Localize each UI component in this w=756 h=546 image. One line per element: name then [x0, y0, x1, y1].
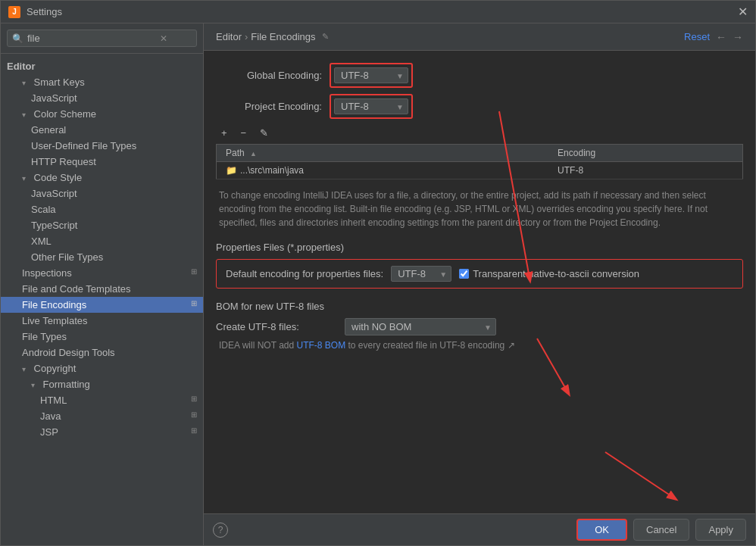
breadcrumb-file-encodings: File Encodings [251, 31, 315, 42]
sidebar-item-java[interactable]: Java ⊞ [1, 408, 203, 424]
path-value: ...\src\main\java [240, 165, 304, 176]
bom-link[interactable]: UTF-8 BOM [296, 340, 345, 351]
global-encoding-outline: UTF-8 UTF-16 ISO-8859-1 ▼ [330, 63, 413, 88]
help-button[interactable]: ? [213, 523, 228, 538]
sidebar-item-typescript[interactable]: TypeScript [1, 217, 203, 233]
search-clear-icon[interactable]: ✕ [160, 33, 167, 44]
folder-icon: 📁 [226, 165, 237, 176]
bom-info: IDEA will NOT add UTF-8 BOM to every cre… [216, 340, 743, 351]
sidebar-item-http-request[interactable]: HTTP Request [1, 154, 203, 170]
sidebar-item-general[interactable]: General [1, 122, 203, 138]
title-bar: J Settings ✕ [1, 1, 755, 23]
sidebar-item-file-code-templates[interactable]: File and Code Templates [1, 281, 203, 297]
sidebar-item-formatting[interactable]: ▾ Formatting [1, 376, 203, 392]
window-title: Settings [27, 6, 62, 17]
main-header: Editor › File Encodings ✎ Reset ← → [204, 23, 755, 51]
transparent-checkbox[interactable] [459, 269, 469, 279]
props-encoding-select[interactable]: UTF-8 UTF-16 [391, 266, 451, 282]
bom-select-wrap: with NO BOM with BOM with BOM only on Wi… [345, 318, 496, 335]
sidebar-item-copyright[interactable]: ▾ Copyright [1, 360, 203, 376]
bom-info-suffix: to every created file in UTF-8 encoding … [345, 340, 514, 351]
sidebar-editor-header: Editor [1, 57, 203, 74]
sidebar-item-scala[interactable]: Scala [1, 201, 203, 217]
remove-path-button[interactable]: − [236, 125, 252, 141]
sidebar-item-xml[interactable]: XML [1, 233, 203, 249]
info-text: To change encoding IntelliJ IDEA uses fo… [216, 189, 743, 229]
encoding-cell: UTF-8 [548, 162, 742, 179]
main-panel: Editor › File Encodings ✎ Reset ← → Glob… [204, 23, 755, 545]
edit-path-button[interactable]: ✎ [255, 125, 273, 141]
app-icon: J [8, 6, 20, 18]
bom-info-prefix: IDEA will NOT add [219, 340, 296, 351]
bottom-right: OK Cancel Apply [576, 519, 746, 541]
add-path-button[interactable]: + [216, 125, 233, 141]
settings-window: J Settings ✕ 🔍 ✕ Editor ▾ Smart Keys Jav… [0, 0, 756, 546]
encoding-column-header: Encoding [548, 145, 742, 162]
path-toolbar: + − ✎ [216, 125, 743, 141]
project-encoding-label: Project Encoding: [216, 101, 322, 112]
properties-box: Default encoding for properties files: U… [216, 259, 743, 289]
global-encoding-row: Global Encoding: UTF-8 UTF-16 ISO-8859-1… [216, 63, 743, 88]
sidebar-item-user-defined[interactable]: User-Defined File Types [1, 138, 203, 154]
close-button[interactable]: ✕ [738, 5, 748, 19]
project-encoding-row: Project Encoding: UTF-8 UTF-16 ISO-8859-… [216, 94, 743, 119]
sidebar-item-android-design[interactable]: Android Design Tools [1, 345, 203, 360]
global-encoding-select[interactable]: UTF-8 UTF-16 ISO-8859-1 [334, 67, 408, 83]
sidebar-item-other-file-types[interactable]: Other File Types [1, 249, 203, 265]
svg-line-3 [605, 452, 673, 498]
path-cell: 📁 ...\src\main\java [217, 162, 549, 179]
header-actions: Reset ← → [684, 31, 743, 43]
properties-section-title: Properties Files (*.properties) [216, 242, 743, 253]
apply-button[interactable]: Apply [695, 519, 746, 541]
sidebar-item-jsp[interactable]: JSP ⊞ [1, 424, 203, 440]
search-box: 🔍 ✕ [1, 23, 203, 54]
transparent-label: Transparent native-to-ascii conversion [473, 268, 639, 279]
main-body: Global Encoding: UTF-8 UTF-16 ISO-8859-1… [204, 51, 755, 513]
forward-button[interactable]: → [733, 31, 743, 43]
sidebar-item-live-templates[interactable]: Live Templates [1, 313, 203, 329]
bottom-left: ? [213, 523, 228, 538]
sidebar-item-file-types[interactable]: File Types [1, 329, 203, 345]
project-encoding-select[interactable]: UTF-8 UTF-16 ISO-8859-1 [334, 98, 408, 114]
sidebar-item-inspections[interactable]: Inspections ⊞ [1, 265, 203, 281]
bom-row: Create UTF-8 files: with NO BOM with BOM… [216, 318, 743, 335]
title-bar-left: J Settings [8, 6, 62, 18]
sidebar: 🔍 ✕ Editor ▾ Smart Keys JavaScript ▾ Col… [1, 23, 204, 545]
cancel-button[interactable]: Cancel [633, 519, 689, 541]
path-column-header[interactable]: Path ▲ [217, 145, 549, 162]
breadcrumb-edit-icon[interactable]: ✎ [322, 32, 329, 42]
create-utf8-label: Create UTF-8 files: [216, 321, 337, 332]
search-icon: 🔍 [12, 33, 23, 44]
bom-section: BOM for new UTF-8 files Create UTF-8 fil… [216, 301, 743, 351]
bom-title: BOM for new UTF-8 files [216, 301, 743, 312]
sidebar-item-html[interactable]: HTML ⊞ [1, 392, 203, 408]
main-content: 🔍 ✕ Editor ▾ Smart Keys JavaScript ▾ Col… [1, 23, 755, 545]
bottom-bar: ? OK Cancel Apply [204, 513, 755, 545]
project-encoding-outline: UTF-8 UTF-16 ISO-8859-1 ▼ [330, 94, 413, 119]
reset-button[interactable]: Reset [684, 31, 710, 42]
sidebar-item-code-style[interactable]: ▾ Code Style [1, 170, 203, 186]
project-encoding-select-wrap: UTF-8 UTF-16 ISO-8859-1 ▼ [334, 98, 408, 114]
sidebar-item-javascript-smart[interactable]: JavaScript [1, 90, 203, 106]
ok-button[interactable]: OK [576, 519, 627, 541]
default-encoding-label: Default encoding for properties files: [226, 268, 383, 279]
sidebar-item-file-encodings[interactable]: File Encodings ⊞ [1, 297, 203, 313]
breadcrumb-editor: Editor [216, 31, 242, 42]
search-wrap: 🔍 ✕ [7, 30, 197, 47]
back-button[interactable]: ← [716, 31, 726, 43]
props-encoding-select-wrap: UTF-8 UTF-16 ▼ [391, 266, 451, 282]
bom-select[interactable]: with NO BOM with BOM with BOM only on Wi… [345, 318, 496, 335]
sidebar-item-javascript-code[interactable]: JavaScript [1, 186, 203, 201]
sidebar-tree: Editor ▾ Smart Keys JavaScript ▾ Color S… [1, 54, 203, 545]
path-table: Path ▲ Encoding 📁 ...\src\main\java [216, 144, 743, 179]
breadcrumb-separator: › [245, 31, 248, 42]
global-encoding-label: Global Encoding: [216, 70, 322, 81]
sidebar-item-color-scheme[interactable]: ▾ Color Scheme [1, 106, 203, 122]
search-input[interactable] [27, 33, 156, 44]
transparent-checkbox-wrap[interactable]: Transparent native-to-ascii conversion [459, 268, 639, 279]
global-encoding-select-wrap: UTF-8 UTF-16 ISO-8859-1 ▼ [334, 67, 408, 83]
table-row[interactable]: 📁 ...\src\main\java UTF-8 [217, 162, 743, 179]
sidebar-item-smart-keys[interactable]: ▾ Smart Keys [1, 74, 203, 90]
breadcrumb: Editor › File Encodings ✎ [216, 31, 329, 42]
